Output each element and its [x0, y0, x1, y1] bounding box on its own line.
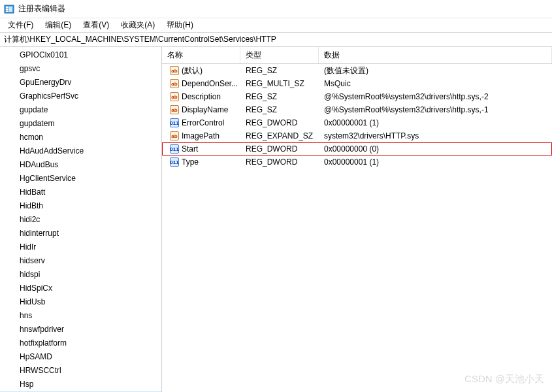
value-data: 0x00000001 (1): [319, 118, 552, 127]
binary-value-icon: 011: [170, 118, 179, 127]
value-row[interactable]: abDisplayNameREG_SZ@%SystemRoot%\system3…: [162, 103, 552, 116]
tree-item[interactable]: hnswfpdriver: [0, 323, 161, 336]
tree-item[interactable]: GpuEnergyDrv: [0, 76, 161, 90]
tree-item[interactable]: HidBth: [0, 199, 161, 213]
tree-item[interactable]: HgClientService: [0, 172, 161, 186]
value-type: REG_DWORD: [240, 157, 319, 167]
header-data[interactable]: 数据: [319, 47, 552, 63]
menu-bar: 文件(F) 编辑(E) 查看(V) 收藏夹(A) 帮助(H): [0, 18, 552, 33]
tree-item[interactable]: HidUsb: [0, 295, 161, 309]
value-row[interactable]: 011ErrorControlREG_DWORD0x00000001 (1): [162, 116, 552, 129]
tree-item[interactable]: GPIOClx0101: [0, 48, 161, 62]
string-value-icon: ab: [170, 66, 179, 75]
value-name-cell: abDescription: [165, 92, 240, 101]
menu-view[interactable]: 查看(V): [78, 18, 114, 32]
value-row[interactable]: abDescriptionREG_SZ@%SystemRoot%\system3…: [162, 90, 552, 103]
window-title: 注册表编辑器: [18, 3, 65, 14]
value-data: 0x00000001 (1): [319, 157, 552, 167]
menu-edit[interactable]: 编辑(E): [40, 18, 76, 32]
menu-favorites[interactable]: 收藏夹(A): [116, 18, 160, 32]
tree-item[interactable]: gupdate: [0, 103, 161, 117]
header-type[interactable]: 类型: [240, 47, 319, 63]
value-data: (数值未设置): [319, 65, 552, 76]
values-pane[interactable]: 名称 类型 数据 ab(默认)REG_SZ(数值未设置)abDependOnSe…: [162, 47, 552, 392]
value-data: @%SystemRoot%\system32\drivers\http.sys,…: [319, 92, 552, 101]
tree-item[interactable]: HidBatt: [0, 186, 161, 199]
string-value-icon: ab: [170, 105, 179, 114]
value-data: 0x00000000 (0): [319, 144, 552, 154]
value-type: REG_DWORD: [240, 144, 319, 154]
value-name-cell: 011Type: [165, 157, 240, 167]
menu-file[interactable]: 文件(F): [3, 18, 39, 32]
value-name-cell: 011Start: [165, 144, 240, 154]
regedit-icon: [4, 4, 14, 14]
value-row[interactable]: ab(默认)REG_SZ(数值未设置): [162, 64, 552, 77]
value-name: Description: [182, 92, 221, 101]
string-value-icon: ab: [170, 79, 179, 88]
tree-item[interactable]: hidi2c: [0, 213, 161, 227]
value-row[interactable]: abImagePathREG_EXPAND_SZsystem32\drivers…: [162, 129, 552, 142]
binary-value-icon: 011: [170, 144, 179, 154]
value-name: (默认): [182, 65, 203, 76]
value-name-cell: ab(默认): [165, 65, 240, 76]
value-name: ErrorControl: [182, 118, 224, 127]
value-type: REG_EXPAND_SZ: [240, 131, 319, 140]
svg-rect-4: [9, 7, 12, 12]
tree-item[interactable]: GraphicsPerfSvc: [0, 90, 161, 103]
string-value-icon: ab: [170, 92, 179, 101]
value-name: ImagePath: [182, 131, 219, 140]
value-name: Start: [182, 144, 198, 154]
tree-item[interactable]: HdAudAddService: [0, 144, 161, 158]
tree-item[interactable]: Hsp: [0, 378, 161, 391]
value-name: DisplayName: [182, 105, 228, 114]
tree-item[interactable]: hidserv: [0, 254, 161, 268]
value-data: MsQuic: [319, 79, 552, 88]
value-name-cell: abImagePath: [165, 131, 240, 140]
value-name: Type: [182, 157, 199, 167]
tree-item[interactable]: HidIr: [0, 240, 161, 254]
value-row[interactable]: 011StartREG_DWORD0x00000000 (0): [162, 142, 552, 155]
tree-item[interactable]: gupdatem: [0, 117, 161, 131]
value-row[interactable]: 011TypeREG_DWORD0x00000001 (1): [162, 155, 552, 169]
svg-rect-1: [6, 7, 8, 8]
address-path: 计算机\HKEY_LOCAL_MACHINE\SYSTEM\CurrentCon…: [4, 34, 276, 45]
value-type: REG_SZ: [240, 66, 319, 75]
svg-rect-2: [6, 8, 8, 10]
value-type: REG_DWORD: [240, 118, 319, 127]
svg-rect-3: [6, 10, 8, 12]
string-value-icon: ab: [170, 131, 179, 140]
tree-item[interactable]: HpSAMD: [0, 350, 161, 364]
tree-item[interactable]: gpsvc: [0, 62, 161, 76]
value-name: DependOnSer...: [182, 79, 238, 88]
value-type: REG_SZ: [240, 105, 319, 114]
tree-item[interactable]: hcmon: [0, 131, 161, 144]
tree-item[interactable]: HRWSCCtrl: [0, 364, 161, 378]
tree-pane[interactable]: GPIOClx0101gpsvcGpuEnergyDrvGraphicsPerf…: [0, 47, 162, 392]
value-data: @%SystemRoot%\system32\drivers\http.sys,…: [319, 105, 552, 114]
tree-item[interactable]: HDAudBus: [0, 158, 161, 172]
value-name-cell: abDependOnSer...: [165, 79, 240, 88]
header-name[interactable]: 名称: [162, 47, 240, 63]
value-name-cell: abDisplayName: [165, 105, 240, 114]
title-bar: 注册表编辑器: [0, 0, 552, 18]
tree-item[interactable]: hns: [0, 309, 161, 323]
value-data: system32\drivers\HTTP.sys: [319, 131, 552, 140]
address-bar[interactable]: 计算机\HKEY_LOCAL_MACHINE\SYSTEM\CurrentCon…: [0, 33, 552, 47]
main-area: GPIOClx0101gpsvcGpuEnergyDrvGraphicsPerf…: [0, 47, 552, 392]
list-header: 名称 类型 数据: [162, 47, 552, 64]
value-type: REG_SZ: [240, 92, 319, 101]
value-type: REG_MULTI_SZ: [240, 79, 319, 88]
tree-item[interactable]: hidinterrupt: [0, 227, 161, 240]
value-row[interactable]: abDependOnSer...REG_MULTI_SZMsQuic: [162, 77, 552, 90]
menu-help[interactable]: 帮助(H): [161, 18, 199, 32]
binary-value-icon: 011: [170, 157, 179, 167]
value-name-cell: 011ErrorControl: [165, 118, 240, 127]
tree-item[interactable]: hotfixplatform: [0, 336, 161, 350]
tree-item[interactable]: HidSpiCx: [0, 282, 161, 295]
tree-item[interactable]: hidspi: [0, 268, 161, 282]
